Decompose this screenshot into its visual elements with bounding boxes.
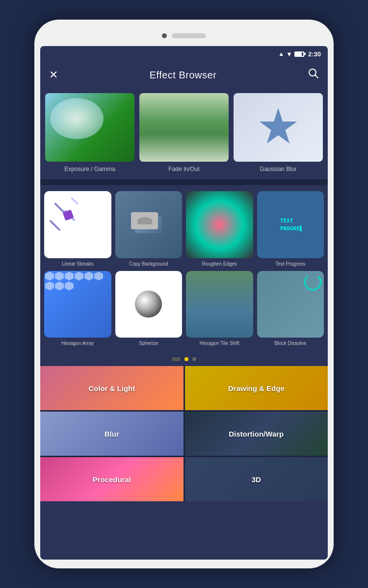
category-label-3d: 3D bbox=[252, 475, 261, 484]
signal-icon: ▲ bbox=[278, 50, 284, 57]
featured-label-fade: Fade In/Out bbox=[168, 166, 199, 172]
effect-label-copy-bg: Copy Background bbox=[129, 261, 168, 267]
camera-dot bbox=[162, 33, 167, 38]
featured-thumb-fade bbox=[139, 93, 229, 162]
effect-label-roughen: Roughen Edges bbox=[202, 261, 237, 267]
category-item-procedural[interactable]: Procedural bbox=[40, 457, 184, 501]
dissolve-spiral-icon bbox=[304, 273, 321, 291]
effect-thumb-linear bbox=[44, 191, 111, 258]
phone-screen: ▲ ▼ 2:30 ✕ Effect Browser bbox=[40, 46, 328, 560]
status-bar: ▲ ▼ 2:30 bbox=[40, 46, 328, 62]
featured-item-gaussian[interactable]: Gaussian Blur bbox=[234, 93, 323, 172]
category-label-blur: Blur bbox=[105, 430, 119, 438]
status-time: 2:30 bbox=[308, 50, 321, 58]
speaker-bar bbox=[172, 33, 206, 38]
category-label-drawing: Drawing & Edge bbox=[228, 384, 285, 392]
effect-item-hex-tile[interactable]: Hexagon Tile Shift bbox=[186, 271, 253, 347]
pagination-dot-1[interactable] bbox=[172, 357, 181, 361]
header-title: Effect Browser bbox=[150, 70, 217, 81]
status-icons: ▲ ▼ 2:30 bbox=[278, 50, 321, 58]
category-item-distortion[interactable]: Distortion/Warp bbox=[185, 412, 328, 456]
wifi-icon: ▼ bbox=[286, 50, 292, 58]
effect-label-spherize: Spherize bbox=[139, 341, 158, 346]
category-item-3d[interactable]: 3D bbox=[185, 457, 328, 501]
pagination-dot-3[interactable] bbox=[192, 357, 196, 361]
featured-label-gaussian: Gaussian Blur bbox=[260, 166, 296, 172]
featured-label-exposure: Exposure / Gamma bbox=[64, 166, 115, 172]
sphere-visual bbox=[135, 291, 162, 318]
effect-thumb-copy-bg bbox=[115, 191, 183, 258]
text-prog-text: TEXT bbox=[280, 218, 293, 224]
effects-grid: Linear Streaks bbox=[44, 191, 324, 346]
section-separator bbox=[40, 179, 328, 185]
effect-thumb-hexagon-array bbox=[44, 271, 111, 338]
category-label-color-light: Color & Light bbox=[88, 384, 135, 392]
effect-thumb-spherize bbox=[115, 271, 183, 338]
scroll-content[interactable]: Exposure / Gamma Fade In/Out bbox=[40, 88, 328, 560]
effect-item-roughen[interactable]: Roughen Edges bbox=[186, 191, 253, 267]
category-label-distortion: Distortion/Warp bbox=[229, 430, 284, 438]
phone-outer: ▲ ▼ 2:30 ✕ Effect Browser bbox=[34, 20, 334, 568]
app-header: ✕ Effect Browser bbox=[40, 62, 328, 88]
pagination-dot-2[interactable] bbox=[184, 357, 188, 361]
phone-top-bar bbox=[40, 28, 328, 43]
text-prog-progress: PROGRE| bbox=[280, 225, 301, 232]
category-item-blur[interactable]: Blur bbox=[40, 412, 184, 456]
category-item-color-light[interactable]: Color & Light bbox=[40, 366, 184, 410]
svg-line-1 bbox=[315, 75, 318, 78]
effect-thumb-roughen bbox=[186, 191, 253, 258]
effect-item-block-dissolve[interactable]: Block Dissolve bbox=[257, 271, 324, 347]
effect-thumb-block-dissolve bbox=[257, 271, 324, 338]
featured-item-fade[interactable]: Fade In/Out bbox=[139, 93, 229, 172]
featured-item-exposure[interactable]: Exposure / Gamma bbox=[45, 93, 134, 172]
category-label-procedural: Procedural bbox=[93, 475, 131, 484]
effect-thumb-text-progress: TEXT PROGRE| bbox=[257, 191, 324, 258]
close-button[interactable]: ✕ bbox=[49, 69, 58, 81]
category-grid: Color & Light Drawing & Edge Blur Distor… bbox=[40, 366, 328, 501]
featured-thumb-gaussian bbox=[234, 93, 323, 162]
featured-row: Exposure / Gamma Fade In/Out bbox=[40, 88, 328, 179]
effect-item-hexagon-array[interactable]: Hexagon Array bbox=[44, 271, 111, 347]
gaussian-star bbox=[259, 108, 298, 147]
effect-label-linear-streaks: Linear Streaks bbox=[62, 261, 93, 267]
effect-item-text-progress[interactable]: TEXT PROGRE| Text Progress bbox=[257, 191, 324, 267]
effects-section: Linear Streaks bbox=[40, 185, 328, 352]
effect-item-spherize[interactable]: Spherize bbox=[115, 271, 183, 347]
featured-thumb-exposure bbox=[45, 93, 134, 162]
search-button[interactable] bbox=[308, 68, 319, 82]
effect-label-hex-tile: Hexagon Tile Shift bbox=[200, 341, 239, 346]
effect-label-hexagon-array: Hexagon Array bbox=[61, 341, 94, 346]
effect-item-linear-streaks[interactable]: Linear Streaks bbox=[44, 191, 111, 267]
battery-icon bbox=[294, 51, 304, 57]
effect-item-copy-bg[interactable]: Copy Background bbox=[115, 191, 183, 267]
effect-label-block-dissolve: Block Dissolve bbox=[274, 341, 306, 346]
effect-label-text-progress: Text Progress bbox=[275, 261, 305, 267]
effect-thumb-hex-tile bbox=[186, 271, 253, 338]
pagination bbox=[40, 352, 328, 366]
category-item-drawing[interactable]: Drawing & Edge bbox=[185, 366, 328, 410]
